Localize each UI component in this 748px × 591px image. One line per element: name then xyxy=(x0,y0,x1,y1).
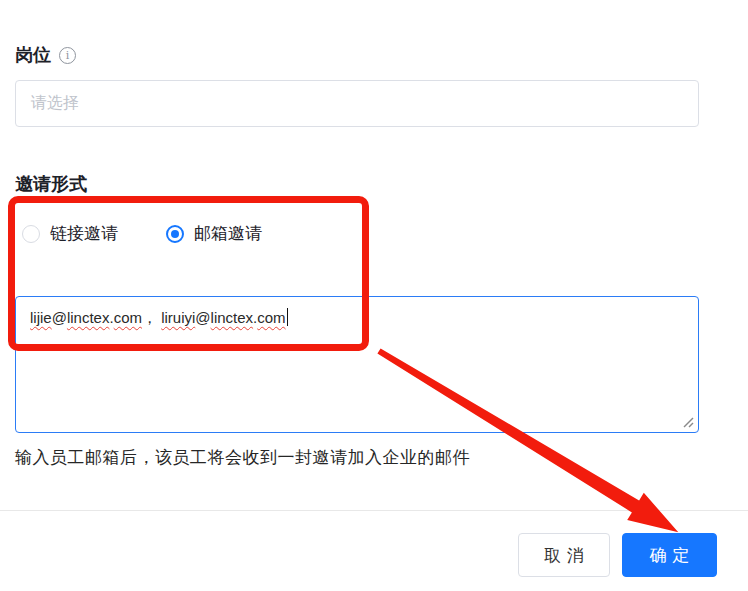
invite-type-radio-group: 链接邀请 邮箱邀请 xyxy=(22,222,262,245)
email-helper-text: 输入员工邮箱后，该员工将会收到一封邀请加入企业的邮件 xyxy=(15,446,470,469)
email-textarea[interactable]: lijie@linctex.com， liruiyi@linctex.com xyxy=(15,296,699,433)
invite-type-label: 邀请形式 xyxy=(15,172,87,196)
footer-divider xyxy=(0,510,748,511)
radio-link-invite[interactable]: 链接邀请 xyxy=(22,222,118,245)
cancel-button[interactable]: 取消 xyxy=(518,533,610,577)
radio-dot xyxy=(171,230,179,238)
confirm-button[interactable]: 确定 xyxy=(622,533,717,577)
radio-selected-icon[interactable] xyxy=(166,225,184,243)
resize-handle-icon[interactable] xyxy=(681,415,694,428)
position-select[interactable]: 请选择 xyxy=(15,80,699,127)
confirm-button-label: 确定 xyxy=(650,544,696,567)
info-icon[interactable]: i xyxy=(59,47,76,64)
text-caret xyxy=(287,308,289,326)
radio-link-invite-label: 链接邀请 xyxy=(50,222,118,245)
radio-email-invite-label: 邮箱邀请 xyxy=(194,222,262,245)
invite-type-label-row: 邀请形式 xyxy=(15,172,87,196)
cancel-button-label: 取消 xyxy=(544,544,590,567)
radio-email-invite[interactable]: 邮箱邀请 xyxy=(166,222,262,245)
position-field-label-row: 岗位 i xyxy=(15,43,76,67)
position-label: 岗位 xyxy=(15,43,51,67)
email-text: lijie@linctex.com， liruiyi@linctex.com xyxy=(30,309,286,326)
position-select-placeholder: 请选择 xyxy=(31,93,79,114)
radio-unselected-icon[interactable] xyxy=(22,225,40,243)
